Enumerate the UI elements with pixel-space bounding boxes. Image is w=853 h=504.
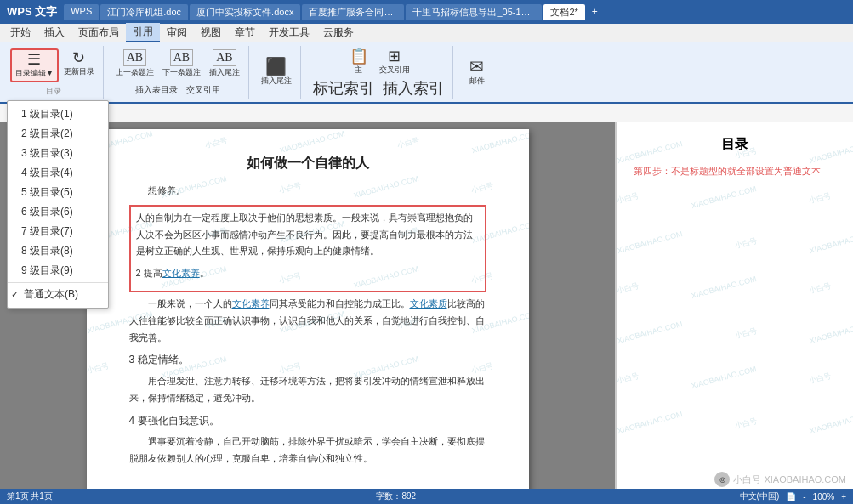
toc-level-8[interactable]: 8 级目录(8) [8, 241, 108, 261]
lang-info: 中文(中国) [740, 490, 780, 502]
brand-circle: ◎ [714, 472, 730, 487]
next-caption-button[interactable]: AB 下一条题注 [159, 48, 204, 80]
mail-merge-button[interactable]: ✉ 邮件 [462, 56, 492, 88]
mark-icon: 标记索引 [313, 81, 374, 96]
tab-doc3[interactable]: 百度推广服务合同201804... [302, 4, 404, 20]
toc-watermark: XIAOBAIHAO.COM小白号XIAOBAIHAO.COM 小白号XIAOB… [617, 122, 853, 504]
zoom-out-btn[interactable]: - [803, 492, 805, 501]
tab-doc1[interactable]: 江门冷库机组.doc [100, 4, 188, 20]
culture-link3[interactable]: 文化素质 [410, 298, 447, 309]
app-logo: WPS 文字 [7, 4, 57, 20]
section3-title: 3 稳定情绪。 [129, 351, 486, 370]
insert-ref-button[interactable]: 📋 主 [344, 47, 374, 77]
ribbon-group-footnote: ⬛ 插入尾注 [253, 46, 301, 99]
tab-wps[interactable]: WPS [64, 4, 99, 20]
toc-plain-text[interactable]: 普通文本(B) [8, 285, 108, 304]
doc-para-emotion: 用合理发泄、注意力转移、迁移环境等方法，把将要引发冲动的情绪宣泄和释放出来，保持… [129, 373, 486, 407]
toc-level-7[interactable]: 7 级目录(7) [8, 222, 108, 241]
doc-title: 如何做一个自律的人 [129, 155, 486, 173]
main-area: XIAOBAIHAO.COM小白号XIAOBAIHAO.COM小白号XIAOBA… [0, 122, 853, 504]
doc-para-self: 遇事要沉着冷静，自己开动脑筋，排除外界干扰或暗示，学会自主决断，要彻底摆脱朋友依… [129, 433, 486, 467]
ribbon-group-ab: AB 上一条题注 AB 下一条题注 AB 插入尾注 插入表目录 交叉引用 [107, 46, 249, 99]
zoom-level: 100% [813, 492, 835, 501]
highlight-text: 人的自制力在一定程度上取决于他们的思想素质。一般来说，具有崇高理想抱负的人决不会… [136, 210, 480, 260]
insert-figure-list-button[interactable]: 插入表目录 [132, 83, 181, 97]
menu-cloud[interactable]: 云服务 [316, 24, 361, 42]
tab-bar: WPS 江门冷库机组.doc 厦门中实投标文件.docx 百度推广服务合同201… [64, 4, 846, 20]
ribbon-group-toc: ☰ 目录编辑▼ ↻ 更新目录 目录 [5, 46, 104, 99]
toc-button[interactable]: ☰ 目录编辑▼ [10, 48, 59, 82]
prev-caption-button[interactable]: AB 上一条题注 [112, 48, 157, 80]
menu-reference[interactable]: 引用 [126, 23, 160, 42]
toc-title: 目录 [634, 136, 836, 154]
word-count: 字数：892 [376, 490, 416, 502]
toc-level-4[interactable]: 4 级目录(4) [8, 163, 108, 183]
view-mode-btn[interactable]: 📄 [786, 492, 796, 501]
menu-insert[interactable]: 插入 [37, 24, 71, 42]
highlighted-paragraph: 人的自制力在一定程度上取决于他们的思想素质。一般来说，具有崇高理想抱负的人决不会… [129, 205, 486, 292]
section4-title: 4 要强化自我意识。 [129, 412, 486, 431]
index-icon: 插入索引 [383, 81, 444, 96]
toc-panel: XIAOBAIHAO.COM小白号XIAOBAIHAO.COM 小白号XIAOB… [615, 122, 853, 504]
mark-entry-button[interactable]: 标记索引 [310, 79, 378, 98]
menu-layout[interactable]: 页面布局 [71, 24, 126, 42]
insert-index-button[interactable]: 插入索引 [379, 79, 447, 98]
update-toc-button[interactable]: ↻ 更新目录 [60, 48, 98, 82]
status-bar: 第1页 共1页 字数：892 中文(中国) 📄 - 100% + [0, 489, 853, 504]
quick-access-bar: ⬛ ↩ ↪ [0, 104, 853, 122]
cross-ref2-button[interactable]: ⊞ 交叉引用 [376, 47, 413, 77]
ref-icon: 📋 [350, 48, 368, 64]
menu-start[interactable]: 开始 [3, 24, 37, 42]
cross-ref-button[interactable]: 交叉引用 [183, 83, 224, 97]
ribbon-group-mail: ✉ 邮件 [457, 46, 498, 99]
toc-hint: 第四步：不是标题型的就全部设置为普通文本 [634, 164, 836, 178]
cross-ref-icon: ⊞ [388, 48, 401, 64]
zoom-in-btn[interactable]: + [841, 492, 846, 501]
doc-para-intro: 想修养。 [129, 183, 486, 200]
dropdown-divider [8, 282, 108, 283]
ribbon: ☰ 目录编辑▼ ↻ 更新目录 目录 AB 上一条题注 AB 下一条题注 AB 插… [0, 42, 853, 104]
document-page: XIAOBAIHAO.COM小白号XIAOBAIHAO.COM小白号XIAOBA… [87, 129, 529, 497]
section2-title: 2 提高文化素养。 [136, 265, 480, 282]
doc-para-culture: 一般来说，一个人的文化素养同其承受能力和自控能力成正比。文化素质比较高的人往往能… [129, 296, 486, 346]
toc-level-6[interactable]: 6 级目录(6) [8, 202, 108, 222]
ribbon-group-main: 📋 主 ⊞ 交叉引用 标记索引 插入索引 [304, 46, 453, 99]
toc-level-9[interactable]: 9 级目录(9) [8, 261, 108, 280]
culture-link2[interactable]: 文化素养 [232, 298, 270, 309]
title-bar: WPS 文字 WPS 江门冷库机组.doc 厦门中实投标文件.docx 百度推广… [0, 0, 853, 24]
menu-dev[interactable]: 开发工具 [262, 24, 316, 42]
toc-level-2[interactable]: 2 级目录(2) [8, 124, 108, 144]
brand-logo: ◎ 小白号 XIAOBAIHAO.COM [714, 472, 846, 487]
toc-icon: ☰ [27, 52, 41, 67]
page-info: 第1页 共1页 [7, 490, 53, 502]
toc-level-3[interactable]: 3 级目录(3) [8, 144, 108, 163]
update-toc-icon: ↻ [72, 50, 85, 65]
toc-dropdown: 1 级目录(1) 2 级目录(2) 3 级目录(3) 4 级目录(4) 5 级目… [7, 100, 109, 309]
culture-link[interactable]: 文化素养 [162, 268, 200, 278]
mail-icon: ✉ [469, 58, 484, 75]
tab-doc2[interactable]: 厦门中实投标文件.docx [190, 4, 300, 20]
tab-doc4[interactable]: 千里马招标信息导出_05-14.doc [406, 4, 542, 20]
toc-level-5[interactable]: 5 级目录(5) [8, 183, 108, 202]
footnote-icon: ⬛ [265, 58, 287, 75]
insert-endnote-button[interactable]: AB 插入尾注 [206, 48, 243, 80]
insert-footnote-button[interactable]: ⬛ 插入尾注 [258, 56, 295, 88]
tab-doc5[interactable]: 文档2* [543, 4, 584, 20]
menu-bar: 开始 插入 页面布局 引用 审阅 视图 章节 开发工具 云服务 [0, 24, 853, 42]
brand-text: 小白号 XIAOBAIHAO.COM [733, 473, 846, 486]
menu-review[interactable]: 审阅 [160, 24, 194, 42]
menu-view[interactable]: 视图 [194, 24, 228, 42]
toc-level-1[interactable]: 1 级目录(1) [8, 105, 108, 124]
menu-chapter[interactable]: 章节 [228, 24, 262, 42]
doc-body: 想修养。 人的自制力在一定程度上取决于他们的思想素质。一般来说，具有崇高理想抱负… [129, 183, 486, 467]
new-tab-button[interactable]: + [587, 4, 603, 20]
